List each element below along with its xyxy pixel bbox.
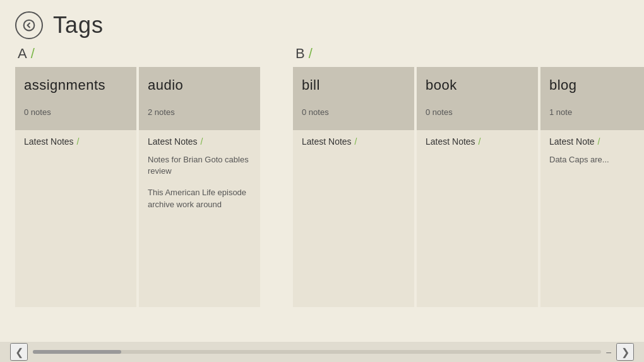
latest-notes-label-book: Latest Notes — [426, 136, 475, 147]
section-b: B / bill 0 notes Latest Notes / — [293, 45, 644, 307]
tag-count-book: 0 notes — [426, 107, 453, 117]
tag-name-bill: bill — [302, 77, 405, 94]
latest-notes-slash-bill: / — [355, 136, 357, 147]
prev-arrow[interactable]: ❮ — [10, 343, 28, 361]
latest-notes-header-book: Latest Notes / — [426, 136, 529, 147]
tag-card-blog[interactable]: blog 1 note Latest Note / Data Caps are.… — [540, 67, 644, 307]
tag-name-book: book — [426, 77, 529, 94]
latest-notes-label-bill: Latest Notes — [302, 136, 352, 147]
svg-point-0 — [24, 20, 35, 31]
minus-indicator: – — [606, 347, 611, 357]
all-sections: A / assignments 0 notes Latest Notes / — [15, 45, 629, 307]
page-title: Tags — [53, 12, 104, 39]
note-item-blog-0: Data Caps are... — [549, 154, 644, 166]
tag-card-book[interactable]: book 0 notes Latest Notes / — [417, 67, 538, 307]
note-item-audio-1: This American Life episode archive work … — [148, 187, 251, 210]
tag-count-assignments: 0 notes — [24, 107, 51, 117]
back-button[interactable] — [15, 11, 43, 39]
tag-count-bill: 0 notes — [302, 107, 329, 117]
latest-notes-label-blog: Latest Note — [549, 136, 595, 147]
latest-notes-slash-blog: / — [598, 136, 600, 147]
section-b-slash: / — [309, 45, 313, 62]
tag-header-book: book 0 notes — [417, 67, 538, 130]
latest-notes-header-assignments: Latest Notes / — [24, 136, 128, 147]
tag-card-audio[interactable]: audio 2 notes Latest Notes / Notes for B… — [139, 67, 260, 307]
tag-notes-assignments: Latest Notes / — [15, 130, 136, 307]
section-a-letter: A — [18, 45, 27, 62]
scrollbar-track[interactable] — [33, 350, 601, 354]
section-a-tags: assignments 0 notes Latest Notes / audio — [15, 67, 261, 307]
latest-notes-label-audio: Latest Notes — [148, 136, 198, 147]
latest-notes-header-blog: Latest Note / — [549, 136, 644, 147]
tag-name-blog: blog — [549, 77, 644, 94]
tag-card-bill[interactable]: bill 0 notes Latest Notes / — [293, 67, 414, 307]
header: Tags — [0, 0, 644, 45]
latest-notes-slash-audio: / — [201, 136, 203, 147]
tag-count-audio: 2 notes — [148, 107, 175, 117]
latest-notes-slash-assignments: / — [77, 136, 80, 147]
content-area: A / assignments 0 notes Latest Notes / — [0, 45, 644, 307]
latest-notes-label-assignments: Latest Notes — [24, 136, 74, 147]
bottom-bar: ❮ – ❯ — [0, 342, 644, 362]
latest-notes-slash-book: / — [479, 136, 481, 147]
section-a: A / assignments 0 notes Latest Notes / — [15, 45, 261, 307]
latest-notes-header-audio: Latest Notes / — [148, 136, 251, 147]
scrollbar-thumb — [33, 350, 121, 354]
tag-header-audio: audio 2 notes — [139, 67, 260, 130]
latest-notes-header-bill: Latest Notes / — [302, 136, 405, 147]
tag-header-bill: bill 0 notes — [293, 67, 414, 130]
tag-header-blog: blog 1 note — [540, 67, 644, 130]
tag-name-audio: audio — [148, 77, 251, 94]
tag-notes-audio: Latest Notes / Notes for Brian Goto cabl… — [139, 130, 260, 307]
section-b-letter: B — [295, 45, 305, 62]
note-item-audio-0: Notes for Brian Goto cables review — [148, 154, 251, 177]
section-a-slash: / — [31, 45, 35, 62]
tag-header-assignments: assignments 0 notes — [15, 67, 136, 130]
tag-notes-book: Latest Notes / — [417, 130, 538, 307]
tag-name-assignments: assignments — [24, 77, 128, 94]
section-b-tags: bill 0 notes Latest Notes / book 0 not — [293, 67, 644, 307]
tag-card-assignments[interactable]: assignments 0 notes Latest Notes / — [15, 67, 136, 307]
tag-notes-blog: Latest Note / Data Caps are... — [540, 130, 644, 307]
tag-notes-bill: Latest Notes / — [293, 130, 414, 307]
section-b-header: B / — [293, 45, 644, 62]
tag-count-blog: 1 note — [549, 107, 572, 117]
section-a-header: A / — [15, 45, 261, 62]
next-arrow[interactable]: ❯ — [616, 343, 634, 361]
